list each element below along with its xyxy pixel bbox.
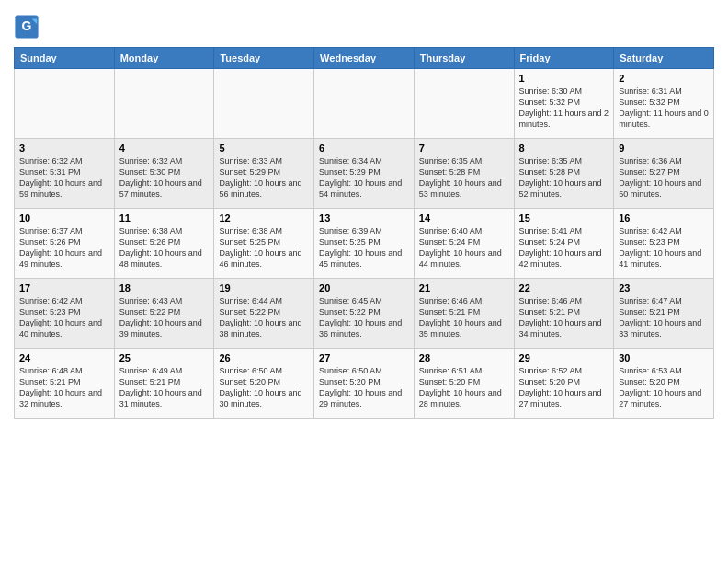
day-number: 17 <box>19 282 109 293</box>
day-info: Sunrise: 6:38 AM Sunset: 5:26 PM Dayligh… <box>119 225 210 270</box>
week-row-3: 10Sunrise: 6:37 AM Sunset: 5:26 PM Dayli… <box>15 209 714 279</box>
day-number: 29 <box>519 352 609 363</box>
day-info: Sunrise: 6:36 AM Sunset: 5:27 PM Dayligh… <box>619 155 709 201</box>
day-info: Sunrise: 6:41 AM Sunset: 5:24 PM Dayligh… <box>519 225 609 270</box>
day-info: Sunrise: 6:35 AM Sunset: 5:28 PM Dayligh… <box>419 155 509 201</box>
day-cell: 7Sunrise: 6:35 AM Sunset: 5:28 PM Daylig… <box>414 139 514 209</box>
day-number: 27 <box>319 352 409 363</box>
day-number: 2 <box>619 73 709 84</box>
day-info: Sunrise: 6:50 AM Sunset: 5:20 PM Dayligh… <box>319 365 409 410</box>
day-info: Sunrise: 6:46 AM Sunset: 5:21 PM Dayligh… <box>519 295 609 340</box>
header: G <box>14 9 714 40</box>
day-info: Sunrise: 6:31 AM Sunset: 5:32 PM Dayligh… <box>619 86 709 131</box>
day-cell: 16Sunrise: 6:42 AM Sunset: 5:23 PM Dayli… <box>614 209 714 279</box>
day-number: 26 <box>219 352 309 363</box>
day-cell: 19Sunrise: 6:44 AM Sunset: 5:22 PM Dayli… <box>214 279 314 349</box>
day-number: 23 <box>619 282 709 293</box>
weekday-saturday: Saturday <box>614 48 714 69</box>
day-number: 10 <box>19 213 109 224</box>
day-cell: 14Sunrise: 6:40 AM Sunset: 5:24 PM Dayli… <box>414 209 514 279</box>
day-info: Sunrise: 6:39 AM Sunset: 5:25 PM Dayligh… <box>319 225 409 270</box>
day-cell <box>414 69 514 139</box>
day-number: 30 <box>619 352 709 363</box>
weekday-monday: Monday <box>114 48 214 69</box>
day-cell: 15Sunrise: 6:41 AM Sunset: 5:24 PM Dayli… <box>514 209 614 279</box>
day-number: 18 <box>119 282 210 293</box>
week-row-1: 1Sunrise: 6:30 AM Sunset: 5:32 PM Daylig… <box>15 69 714 139</box>
day-info: Sunrise: 6:38 AM Sunset: 5:25 PM Dayligh… <box>219 225 309 270</box>
day-info: Sunrise: 6:35 AM Sunset: 5:28 PM Dayligh… <box>519 155 609 201</box>
day-number: 21 <box>419 282 509 293</box>
day-cell: 8Sunrise: 6:35 AM Sunset: 5:28 PM Daylig… <box>514 139 614 209</box>
day-cell: 22Sunrise: 6:46 AM Sunset: 5:21 PM Dayli… <box>514 279 614 349</box>
day-cell: 30Sunrise: 6:53 AM Sunset: 5:20 PM Dayli… <box>614 349 714 419</box>
day-number: 14 <box>419 213 509 224</box>
day-number: 19 <box>219 282 309 293</box>
weekday-tuesday: Tuesday <box>214 48 314 69</box>
day-info: Sunrise: 6:43 AM Sunset: 5:22 PM Dayligh… <box>119 295 210 340</box>
day-number: 25 <box>119 352 210 363</box>
day-info: Sunrise: 6:45 AM Sunset: 5:22 PM Dayligh… <box>319 295 409 340</box>
day-cell: 24Sunrise: 6:48 AM Sunset: 5:21 PM Dayli… <box>15 349 115 419</box>
logo-icon: G <box>14 14 40 40</box>
day-number: 28 <box>419 352 509 363</box>
day-info: Sunrise: 6:32 AM Sunset: 5:30 PM Dayligh… <box>119 155 210 201</box>
day-info: Sunrise: 6:52 AM Sunset: 5:20 PM Dayligh… <box>519 365 609 410</box>
day-info: Sunrise: 6:42 AM Sunset: 5:23 PM Dayligh… <box>19 295 109 340</box>
day-number: 15 <box>519 213 609 224</box>
day-info: Sunrise: 6:51 AM Sunset: 5:20 PM Dayligh… <box>419 365 509 410</box>
day-number: 3 <box>19 143 109 154</box>
day-number: 12 <box>219 213 309 224</box>
weekday-wednesday: Wednesday <box>314 48 415 69</box>
day-cell: 9Sunrise: 6:36 AM Sunset: 5:27 PM Daylig… <box>614 139 714 209</box>
day-info: Sunrise: 6:47 AM Sunset: 5:21 PM Dayligh… <box>619 295 709 340</box>
day-number: 7 <box>419 143 509 154</box>
day-number: 5 <box>219 143 309 154</box>
day-cell: 29Sunrise: 6:52 AM Sunset: 5:20 PM Dayli… <box>514 349 614 419</box>
day-cell: 3Sunrise: 6:32 AM Sunset: 5:31 PM Daylig… <box>15 139 115 209</box>
calendar: SundayMondayTuesdayWednesdayThursdayFrid… <box>14 47 714 419</box>
weekday-thursday: Thursday <box>414 48 514 69</box>
day-number: 11 <box>119 213 210 224</box>
day-number: 1 <box>519 73 609 84</box>
day-number: 24 <box>19 352 109 363</box>
week-row-4: 17Sunrise: 6:42 AM Sunset: 5:23 PM Dayli… <box>15 279 714 349</box>
day-cell: 1Sunrise: 6:30 AM Sunset: 5:32 PM Daylig… <box>514 69 614 139</box>
day-cell: 25Sunrise: 6:49 AM Sunset: 5:21 PM Dayli… <box>114 349 214 419</box>
day-cell: 6Sunrise: 6:34 AM Sunset: 5:29 PM Daylig… <box>314 139 415 209</box>
day-cell: 21Sunrise: 6:46 AM Sunset: 5:21 PM Dayli… <box>414 279 514 349</box>
day-number: 6 <box>319 143 409 154</box>
day-cell <box>214 69 314 139</box>
day-cell: 13Sunrise: 6:39 AM Sunset: 5:25 PM Dayli… <box>314 209 415 279</box>
day-info: Sunrise: 6:50 AM Sunset: 5:20 PM Dayligh… <box>219 365 309 410</box>
day-cell: 12Sunrise: 6:38 AM Sunset: 5:25 PM Dayli… <box>214 209 314 279</box>
weekday-sunday: Sunday <box>15 48 115 69</box>
weekday-header-row: SundayMondayTuesdayWednesdayThursdayFrid… <box>15 48 714 69</box>
day-number: 16 <box>619 213 709 224</box>
page: G SundayMondayTuesdayWednesdayThursdayFr… <box>0 0 728 428</box>
day-number: 9 <box>619 143 709 154</box>
day-cell: 11Sunrise: 6:38 AM Sunset: 5:26 PM Dayli… <box>114 209 214 279</box>
day-cell: 28Sunrise: 6:51 AM Sunset: 5:20 PM Dayli… <box>414 349 514 419</box>
day-info: Sunrise: 6:44 AM Sunset: 5:22 PM Dayligh… <box>219 295 309 340</box>
day-number: 13 <box>319 213 409 224</box>
day-info: Sunrise: 6:32 AM Sunset: 5:31 PM Dayligh… <box>19 155 109 201</box>
day-info: Sunrise: 6:49 AM Sunset: 5:21 PM Dayligh… <box>119 365 210 410</box>
day-number: 4 <box>119 143 210 154</box>
day-info: Sunrise: 6:40 AM Sunset: 5:24 PM Dayligh… <box>419 225 509 270</box>
day-number: 20 <box>319 282 409 293</box>
day-info: Sunrise: 6:42 AM Sunset: 5:23 PM Dayligh… <box>619 225 709 270</box>
day-info: Sunrise: 6:34 AM Sunset: 5:29 PM Dayligh… <box>319 155 409 201</box>
day-info: Sunrise: 6:37 AM Sunset: 5:26 PM Dayligh… <box>19 225 109 270</box>
day-cell: 4Sunrise: 6:32 AM Sunset: 5:30 PM Daylig… <box>114 139 214 209</box>
weekday-friday: Friday <box>514 48 614 69</box>
day-cell: 23Sunrise: 6:47 AM Sunset: 5:21 PM Dayli… <box>614 279 714 349</box>
day-cell: 17Sunrise: 6:42 AM Sunset: 5:23 PM Dayli… <box>15 279 115 349</box>
day-info: Sunrise: 6:30 AM Sunset: 5:32 PM Dayligh… <box>519 86 609 131</box>
day-cell: 18Sunrise: 6:43 AM Sunset: 5:22 PM Dayli… <box>114 279 214 349</box>
day-cell <box>15 69 115 139</box>
day-cell: 10Sunrise: 6:37 AM Sunset: 5:26 PM Dayli… <box>15 209 115 279</box>
day-number: 8 <box>519 143 609 154</box>
day-info: Sunrise: 6:48 AM Sunset: 5:21 PM Dayligh… <box>19 365 109 410</box>
day-cell <box>114 69 214 139</box>
